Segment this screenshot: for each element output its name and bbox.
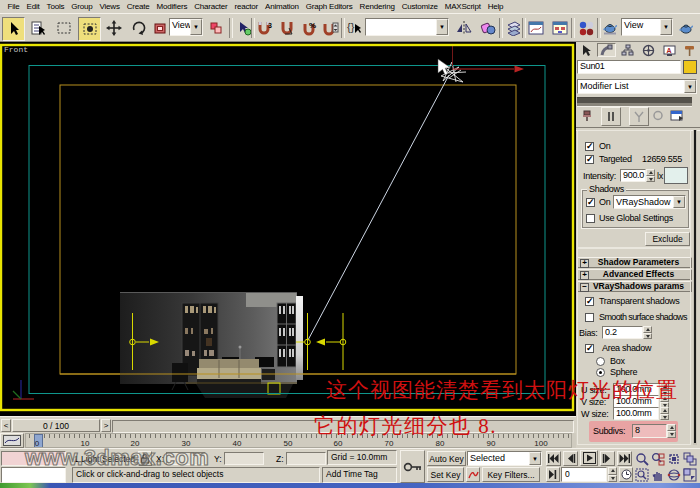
tab-modify[interactable]	[597, 43, 616, 57]
box-radio[interactable]	[596, 357, 605, 366]
select-by-name-button[interactable]	[27, 17, 48, 39]
menu-group[interactable]: Group	[68, 0, 96, 13]
curve-editor-button[interactable]	[525, 17, 546, 39]
transparent-shadows-checkbox[interactable]	[585, 297, 594, 306]
menu-maxscript[interactable]: MAXScript	[441, 0, 484, 13]
bias-spinner[interactable]	[643, 326, 652, 339]
tab-create[interactable]	[577, 43, 596, 57]
tab-display[interactable]: A	[660, 43, 679, 57]
rollout-shadow-parameters[interactable]: +Shadow Parameters	[577, 257, 692, 268]
key-filters-button[interactable]: Key Filters...	[482, 467, 540, 482]
intensity-spinner[interactable]	[646, 169, 655, 182]
quick-render-button[interactable]	[676, 17, 697, 39]
shadows-on-checkbox[interactable]	[586, 198, 595, 207]
tab-motion[interactable]	[639, 43, 658, 57]
zoom-button[interactable]	[634, 451, 650, 466]
menu-graph-editors[interactable]: Graph Editors	[302, 0, 356, 13]
subdivs-field[interactable]: 8	[632, 424, 667, 438]
window-crossing-toggle[interactable]	[78, 17, 101, 41]
auto-key-button[interactable]: Auto Key	[427, 451, 466, 466]
show-end-result-button[interactable]	[601, 107, 621, 126]
panel-scrollbar-thumb[interactable]	[694, 130, 696, 443]
room-model[interactable]	[120, 292, 303, 398]
key-mode-toggle[interactable]	[546, 467, 560, 482]
min-max-toggle-button[interactable]	[682, 467, 698, 482]
snap-toggle-button[interactable]: 3	[254, 17, 275, 39]
menu-create[interactable]: Create	[123, 0, 153, 13]
align-button[interactable]	[477, 17, 498, 39]
rectangular-selection-region-button[interactable]	[53, 17, 74, 39]
menu-edit[interactable]: Edit	[23, 0, 43, 13]
w-size-spinner[interactable]	[660, 407, 669, 420]
modifier-stack[interactable]	[577, 97, 692, 107]
dropdown-arrow-icon[interactable]: ▼	[436, 19, 448, 35]
reference-coordinate-system-dropdown[interactable]: View▼	[169, 18, 203, 36]
menu-tools[interactable]: Tools	[43, 0, 68, 13]
spinner-snap-toggle-button[interactable]	[320, 17, 341, 39]
windows-taskbar[interactable]	[0, 483, 700, 488]
remove-modifier-button[interactable]	[651, 108, 664, 123]
use-global-settings-checkbox[interactable]	[586, 214, 595, 223]
y-coord-field[interactable]	[224, 452, 264, 465]
percent-snap-toggle-button[interactable]: %	[299, 17, 320, 39]
pan-button[interactable]	[650, 467, 666, 482]
menu-animation[interactable]: Animation	[262, 0, 303, 13]
select-and-move-button[interactable]	[103, 17, 124, 39]
set-key-button[interactable]: Set Key	[427, 467, 464, 482]
object-color-swatch[interactable]	[683, 60, 697, 74]
mirror-button[interactable]	[453, 17, 474, 39]
region-zoom-button[interactable]	[634, 467, 650, 482]
menu-customize[interactable]: Customize	[398, 0, 441, 13]
exclude-button[interactable]: Exclude	[645, 232, 690, 246]
next-frame-button[interactable]	[600, 451, 615, 466]
play-animation-button[interactable]	[580, 450, 598, 466]
menu-reactor[interactable]: reactor	[231, 0, 262, 13]
select-object-button[interactable]	[2, 17, 25, 41]
layer-manager-button[interactable]	[503, 17, 524, 39]
zoom-all-button[interactable]	[650, 451, 666, 466]
front-viewport[interactable]: Front	[0, 42, 576, 416]
select-and-rotate-button[interactable]	[128, 17, 149, 39]
tab-hierarchy[interactable]	[618, 43, 637, 57]
time-configuration-button[interactable]	[619, 467, 633, 482]
bias-field[interactable]: 0.2	[602, 326, 643, 339]
add-time-tag[interactable]: Add Time Tag	[322, 467, 397, 483]
go-to-end-button[interactable]	[617, 451, 632, 466]
w-size-field[interactable]: 100.0mm	[613, 407, 659, 420]
dropdown-arrow-icon[interactable]: ▼	[529, 452, 541, 465]
use-pivot-point-center-button[interactable]	[205, 17, 226, 39]
current-frame-field[interactable]: 0	[561, 467, 607, 482]
frame-spinner[interactable]	[608, 467, 617, 482]
time-slider-handle[interactable]: 0 / 100	[12, 419, 100, 432]
material-editor-button[interactable]	[575, 17, 596, 39]
time-slider-next-button[interactable]: >	[101, 419, 111, 432]
select-and-scale-button[interactable]	[151, 17, 168, 39]
set-keys-button[interactable]	[400, 450, 425, 483]
dropdown-arrow-icon[interactable]: ▼	[660, 19, 672, 35]
shadow-type-dropdown[interactable]: VRayShadow▼	[613, 195, 686, 209]
menu-help[interactable]: Help	[484, 0, 507, 13]
menu-rendering[interactable]: Rendering	[356, 0, 398, 13]
dropdown-arrow-icon[interactable]: ▼	[684, 80, 696, 93]
area-shadow-checkbox[interactable]	[585, 344, 594, 353]
default-tangents-button[interactable]	[466, 467, 480, 482]
go-to-start-button[interactable]	[546, 451, 561, 466]
menu-views[interactable]: Views	[96, 0, 123, 13]
zoom-extents-all-button[interactable]	[682, 451, 698, 466]
named-selection-sets-dropdown[interactable]: ▼	[365, 18, 449, 36]
previous-frame-button[interactable]	[563, 451, 578, 466]
filter-color-swatch[interactable]	[664, 167, 688, 184]
open-mini-curve-editor-button[interactable]	[0, 433, 24, 448]
dropdown-arrow-icon[interactable]: ▼	[190, 19, 202, 35]
time-slider-prev-button[interactable]: <	[1, 419, 11, 432]
make-unique-button[interactable]	[629, 107, 649, 126]
schematic-view-button[interactable]	[549, 17, 570, 39]
subdivs-spinner[interactable]	[667, 424, 676, 438]
panel-scrollbar[interactable]	[693, 130, 697, 445]
dropdown-arrow-icon[interactable]: ▼	[673, 196, 685, 208]
render-type-dropdown[interactable]: View▼	[621, 18, 673, 36]
zoom-extents-button[interactable]	[666, 451, 682, 466]
menu-file[interactable]: File	[4, 0, 23, 13]
render-scene-button[interactable]	[600, 17, 621, 39]
object-name-field[interactable]: Sun01	[577, 60, 681, 74]
